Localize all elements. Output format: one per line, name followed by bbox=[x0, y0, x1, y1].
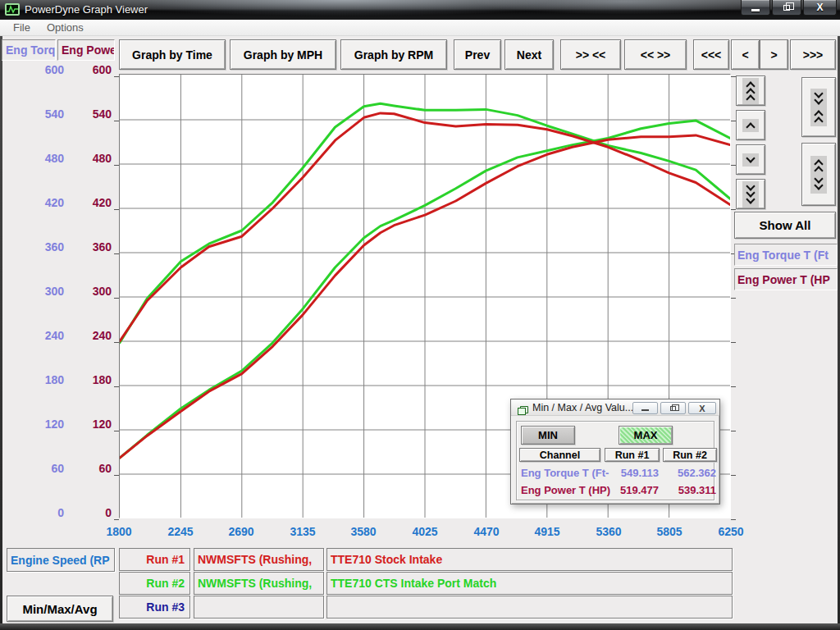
minmax-window-title: Min / Max / Avg Valu... bbox=[532, 402, 633, 413]
minmax-run1-value: 549.113 bbox=[605, 467, 659, 481]
rpm-axis-tick: 3580 bbox=[340, 525, 386, 538]
app-icon bbox=[5, 3, 20, 16]
restore-icon[interactable] bbox=[772, 0, 801, 16]
toolbar-button-graph-by-mph[interactable]: Graph by MPH bbox=[230, 39, 336, 70]
tick-mark-right bbox=[731, 209, 736, 210]
minimize-glyph bbox=[751, 9, 760, 11]
close-glyph: X bbox=[816, 2, 823, 13]
torque-axis-tick: 480 bbox=[25, 152, 64, 165]
restore-glyph bbox=[783, 5, 790, 11]
max-button[interactable]: MAX bbox=[619, 426, 673, 445]
rpm-axis-tick: 5805 bbox=[646, 525, 692, 538]
power-axis-tick: 480 bbox=[72, 152, 112, 165]
minmax-run2-value: 562.362 bbox=[662, 467, 716, 481]
legend-eng-power: Eng Power T (HP bbox=[734, 268, 838, 290]
window-frame-left bbox=[0, 36, 2, 623]
power-axis-tick: 0 bbox=[72, 506, 112, 519]
rpm-axis-tick: 2245 bbox=[158, 525, 203, 538]
minimize-glyph bbox=[641, 409, 649, 411]
run-number-box: Run #3 bbox=[119, 596, 190, 619]
toolbar-button-graph-by-time[interactable]: Graph by Time bbox=[119, 39, 226, 70]
power-axis-tick: 60 bbox=[72, 462, 112, 475]
torque-axis-tick: 120 bbox=[25, 418, 64, 431]
run-operator-box: NWMSFTS (Rushing, bbox=[194, 572, 324, 595]
toolbar-button-graph-by-rpm[interactable]: Graph by RPM bbox=[340, 39, 447, 70]
zoom-expand-button[interactable] bbox=[801, 143, 836, 206]
power-axis-tick: 360 bbox=[72, 240, 112, 253]
torque-axis-tick: 360 bbox=[25, 240, 64, 253]
torque-axis-tick: 540 bbox=[25, 107, 64, 121]
minmax-header-channel[interactable]: Channel bbox=[519, 448, 600, 462]
menu-item-options[interactable]: Options bbox=[40, 21, 90, 34]
restore-glyph bbox=[670, 406, 676, 411]
torque-axis-tick: 0 bbox=[25, 506, 64, 519]
rpm-axis-tick: 1800 bbox=[96, 525, 142, 538]
toolbar-button--[interactable]: >>> bbox=[790, 39, 836, 70]
minmaxavg-button[interactable]: Min/Max/Avg bbox=[7, 596, 113, 622]
run-description-box: TTE710 Stock Intake bbox=[326, 548, 733, 571]
run-description-box bbox=[326, 596, 733, 619]
toolbar-button--[interactable]: > bbox=[760, 39, 788, 70]
torque-axis-tick: 420 bbox=[25, 196, 64, 209]
tick-mark-right bbox=[731, 342, 736, 343]
power-axis-tick: 420 bbox=[72, 196, 112, 209]
run-number-box: Run #2 bbox=[119, 572, 190, 595]
minmax-window-icon bbox=[518, 404, 528, 418]
rpm-axis-tick: 3135 bbox=[280, 525, 326, 538]
torque-axis-tick: 240 bbox=[25, 329, 64, 342]
minmax-window: Min / Max / Avg Valu... X MIN MAX Channe… bbox=[510, 399, 720, 504]
show-all-button[interactable]: Show All bbox=[734, 212, 836, 239]
torque-axis-tick: 180 bbox=[25, 373, 64, 386]
tab-eng-power[interactable]: Eng Powe bbox=[57, 39, 115, 61]
scroll-up-fast-button[interactable] bbox=[736, 75, 765, 106]
power-axis-tick: 120 bbox=[72, 418, 112, 431]
close-icon[interactable]: X bbox=[803, 0, 837, 16]
toolbar-button--[interactable]: << >> bbox=[624, 39, 687, 70]
power-axis-tick: 600 bbox=[72, 63, 112, 76]
minmax-minimize-icon[interactable] bbox=[632, 402, 658, 414]
minmax-header-run1[interactable]: Run #1 bbox=[605, 448, 660, 462]
menu-item-file[interactable]: File bbox=[7, 21, 37, 34]
toolbar-button--[interactable]: < bbox=[731, 39, 760, 70]
window-title: PowerDyne Graph Viewer bbox=[25, 3, 148, 16]
toolbar-button-prev[interactable]: Prev bbox=[454, 39, 501, 70]
minimize-icon[interactable] bbox=[741, 0, 770, 16]
scroll-up-button[interactable] bbox=[736, 110, 765, 140]
chevron-expand-icon bbox=[810, 156, 827, 194]
window-frame-bottom bbox=[0, 623, 840, 630]
toolbar-button--[interactable]: >> << bbox=[560, 39, 621, 70]
min-button[interactable]: MIN bbox=[521, 426, 575, 445]
rpm-axis-tick: 2690 bbox=[218, 525, 264, 538]
tick-mark-right bbox=[731, 431, 736, 431]
torque-axis-tick: 600 bbox=[25, 63, 64, 76]
toolbar-button-next[interactable]: Next bbox=[504, 39, 554, 70]
tab-eng-torque[interactable]: Eng Torq bbox=[2, 39, 56, 61]
minmax-run2-value: 539.311 bbox=[662, 484, 716, 498]
minmax-header-run2[interactable]: Run #2 bbox=[663, 448, 717, 462]
toolbar-button--[interactable]: <<< bbox=[693, 39, 729, 70]
tick-mark-right bbox=[731, 475, 736, 476]
power-axis-tick: 300 bbox=[72, 285, 112, 298]
tick-mark-right bbox=[731, 298, 736, 299]
minmax-titlebar[interactable]: Min / Max / Avg Valu... X bbox=[511, 399, 719, 416]
chevron-up-triple-icon bbox=[742, 78, 759, 104]
rpm-axis-tick: 5360 bbox=[586, 525, 632, 538]
torque-axis-tick: 300 bbox=[25, 285, 64, 298]
torque-axis-tick: 60 bbox=[25, 462, 64, 475]
power-axis-tick: 180 bbox=[72, 373, 112, 386]
rpm-axis-tick: 6250 bbox=[708, 525, 754, 538]
minmax-restore-icon[interactable] bbox=[660, 402, 686, 414]
rpm-axis-tick: 4470 bbox=[463, 525, 509, 538]
tick-mark-right bbox=[731, 519, 736, 520]
scroll-down-fast-button[interactable] bbox=[736, 179, 765, 209]
minmax-run1-value: 519.477 bbox=[605, 484, 659, 498]
run-description-box: TTE710 CTS Intake Port Match bbox=[326, 572, 733, 595]
minmax-close-icon[interactable]: X bbox=[688, 402, 716, 414]
scroll-down-button[interactable] bbox=[736, 144, 765, 175]
rpm-axis-tick: 4025 bbox=[402, 525, 448, 538]
run-operator-box bbox=[194, 596, 324, 619]
zoom-contract-button[interactable] bbox=[801, 77, 836, 137]
tick-mark-right bbox=[731, 386, 736, 387]
power-axis-tick: 240 bbox=[72, 329, 112, 342]
legend-eng-torque: Eng Torque T (Ft bbox=[734, 244, 838, 266]
